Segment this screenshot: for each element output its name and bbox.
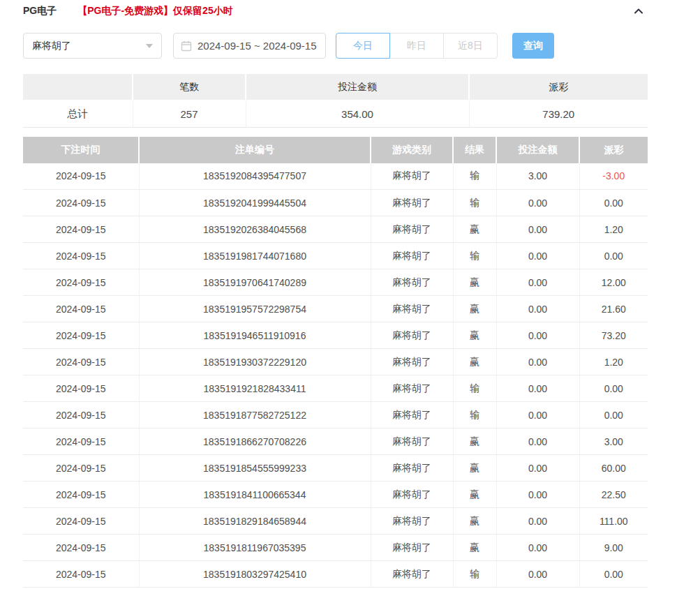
cell-bet-time: 2024-09-15 [23, 243, 139, 269]
cell-result: 输 [453, 375, 496, 402]
header-order-number: 注单编号 [139, 137, 371, 163]
cell-game-type: 麻将胡了 [371, 163, 453, 190]
table-row: 2024-09-151835191811967035395麻将胡了赢0.009.… [23, 535, 648, 561]
cell-order-number: 1835191854555999233 [139, 455, 371, 482]
cell-bet-time: 2024-09-15 [23, 482, 139, 508]
cell-game-type: 麻将胡了 [371, 482, 453, 508]
cell-bet-amount: 3.00 [496, 163, 579, 190]
summary-total-label: 总计 [23, 100, 133, 127]
cell-game-type: 麻将胡了 [371, 428, 453, 455]
cell-order-number: 1835191930372229120 [139, 349, 371, 375]
summary-table: 笔数 投注金额 派彩 总计 257 354.00 739.20 [23, 74, 648, 128]
cell-result: 输 [453, 561, 496, 588]
table-row: 2024-09-151835192026384045568麻将胡了赢0.001.… [23, 216, 648, 243]
summary-header-payout: 派彩 [469, 74, 648, 100]
cell-bet-time: 2024-09-15 [23, 455, 139, 482]
cell-payout: 60.00 [579, 455, 648, 482]
cell-game-type: 麻将胡了 [371, 216, 453, 243]
cell-payout: -3.00 [579, 163, 648, 190]
cell-game-type: 麻将胡了 [371, 269, 453, 296]
cell-result: 赢 [453, 269, 496, 296]
cell-payout: 3.00 [579, 428, 648, 455]
panel-notice: 【PG电子-免费游戏】仅保留25小时 [77, 5, 232, 17]
cell-order-number: 1835192084395477507 [139, 163, 371, 190]
records-table-body: 2024-09-151835192084395477507麻将胡了输3.00-3… [23, 163, 648, 588]
cell-order-number: 1835191841100665344 [139, 482, 371, 508]
table-row: 2024-09-151835191866270708226麻将胡了赢0.003.… [23, 428, 648, 455]
cell-bet-amount: 0.00 [496, 349, 579, 375]
records-table: 下注时间 注单编号 游戏类别 结果 投注金额 派彩 2024-09-151835… [23, 137, 648, 588]
cell-bet-amount: 0.00 [496, 269, 579, 296]
cell-order-number: 1835191866270708226 [139, 428, 371, 455]
search-button[interactable]: 查询 [512, 33, 554, 59]
panel-title: PG电子 [23, 5, 57, 17]
table-row: 2024-09-151835192084395477507麻将胡了输3.00-3… [23, 163, 648, 190]
table-row: 2024-09-151835191877582725122麻将胡了输0.000.… [23, 402, 648, 428]
cell-game-type: 麻将胡了 [371, 243, 453, 269]
cell-bet-time: 2024-09-15 [23, 269, 139, 296]
table-row: 2024-09-151835191981744071680麻将胡了输0.000.… [23, 243, 648, 269]
cell-game-type: 麻将胡了 [371, 455, 453, 482]
cell-result: 赢 [453, 428, 496, 455]
cell-payout: 0.00 [579, 402, 648, 428]
cell-result: 赢 [453, 455, 496, 482]
date-range-value: 2024-09-15 ~ 2024-09-15 [198, 40, 317, 52]
quick-range-group: 今日 昨日 近8日 [336, 33, 498, 59]
table-row: 2024-09-151835191930372229120麻将胡了赢0.001.… [23, 349, 648, 375]
cell-bet-time: 2024-09-15 [23, 428, 139, 455]
cell-result: 赢 [453, 535, 496, 561]
header-bet-amount: 投注金额 [496, 137, 579, 163]
cell-payout: 0.00 [579, 243, 648, 269]
cell-order-number: 1835191957572298754 [139, 296, 371, 322]
cell-bet-time: 2024-09-15 [23, 508, 139, 535]
table-row: 2024-09-151835191921828433411麻将胡了输0.000.… [23, 375, 648, 402]
chevron-up-icon [633, 6, 644, 17]
cell-order-number: 1835191981744071680 [139, 243, 371, 269]
collapse-panel-button[interactable] [632, 4, 646, 18]
cell-result: 赢 [453, 216, 496, 243]
cell-payout: 0.00 [579, 561, 648, 588]
cell-game-type: 麻将胡了 [371, 190, 453, 216]
cell-bet-time: 2024-09-15 [23, 535, 139, 561]
quick-range-last8days-button[interactable]: 近8日 [443, 33, 498, 59]
cell-bet-time: 2024-09-15 [23, 216, 139, 243]
cell-payout: 111.00 [579, 508, 648, 535]
cell-payout: 0.00 [579, 190, 648, 216]
cell-payout: 0.00 [579, 375, 648, 402]
caret-down-icon [146, 44, 153, 48]
cell-payout: 9.00 [579, 535, 648, 561]
cell-bet-amount: 0.00 [496, 216, 579, 243]
cell-game-type: 麻将胡了 [371, 561, 453, 588]
cell-bet-time: 2024-09-15 [23, 322, 139, 349]
table-row: 2024-09-151835191841100665344麻将胡了赢0.0022… [23, 482, 648, 508]
cell-bet-time: 2024-09-15 [23, 349, 139, 375]
summary-header-count: 笔数 [133, 74, 246, 100]
header-bet-time: 下注时间 [23, 137, 139, 163]
cell-bet-time: 2024-09-15 [23, 163, 139, 190]
table-row: 2024-09-151835191854555999233麻将胡了赢0.0060… [23, 455, 648, 482]
calendar-icon [181, 40, 192, 52]
date-range-input[interactable]: 2024-09-15 ~ 2024-09-15 [173, 33, 326, 59]
table-row: 2024-09-151835191957572298754麻将胡了赢0.0021… [23, 296, 648, 322]
cell-bet-amount: 0.00 [496, 455, 579, 482]
cell-bet-time: 2024-09-15 [23, 296, 139, 322]
summary-total-bet-amount: 354.00 [246, 100, 469, 127]
table-row: 2024-09-151835192041999445504麻将胡了输0.000.… [23, 190, 648, 216]
records-header-row: 下注时间 注单编号 游戏类别 结果 投注金额 派彩 [23, 137, 648, 163]
cell-order-number: 1835192041999445504 [139, 190, 371, 216]
table-row: 2024-09-151835191803297425410麻将胡了输0.000.… [23, 561, 648, 588]
quick-range-today-button[interactable]: 今日 [336, 33, 390, 59]
cell-result: 输 [453, 243, 496, 269]
summary-header-row: 笔数 投注金额 派彩 [23, 74, 648, 100]
cell-bet-amount: 0.00 [496, 243, 579, 269]
quick-range-yesterday-button[interactable]: 昨日 [389, 33, 444, 59]
game-select[interactable]: 麻将胡了 [23, 33, 162, 59]
table-row: 2024-09-151835191829184658944麻将胡了赢0.0011… [23, 508, 648, 535]
cell-game-type: 麻将胡了 [371, 508, 453, 535]
cell-bet-amount: 0.00 [496, 296, 579, 322]
summary-header-bet-amount: 投注金额 [246, 74, 469, 100]
cell-game-type: 麻将胡了 [371, 402, 453, 428]
cell-game-type: 麻将胡了 [371, 296, 453, 322]
cell-game-type: 麻将胡了 [371, 349, 453, 375]
cell-order-number: 1835191921828433411 [139, 375, 371, 402]
